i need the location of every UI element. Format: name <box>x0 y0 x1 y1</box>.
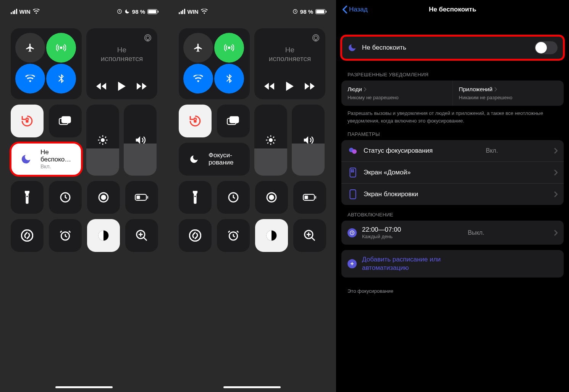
svg-rect-6 <box>62 117 71 123</box>
home-indicator[interactable] <box>223 386 281 388</box>
schedule-row[interactable]: 22:00—07:00 Каждый день Выкл. <box>341 221 564 245</box>
svg-rect-45 <box>350 190 356 199</box>
play-button[interactable] <box>286 82 294 91</box>
svg-rect-4 <box>26 120 28 123</box>
connectivity-tile[interactable] <box>11 28 82 99</box>
timer-button[interactable] <box>217 181 250 214</box>
screen-record-button[interactable] <box>255 181 288 214</box>
back-button[interactable]: Назад <box>342 5 368 14</box>
focus-label: Не беспоко… <box>40 149 76 163</box>
chevron-right-icon <box>364 87 367 92</box>
low-power-button[interactable] <box>293 181 326 214</box>
status-bar: WIN 98 % <box>0 0 168 23</box>
lock-screen-icon <box>349 189 356 199</box>
cellular-button[interactable] <box>46 33 76 63</box>
dnd-toggle[interactable] <box>535 41 558 54</box>
allowed-apps[interactable]: Приложений Никаким не разрешено <box>453 81 564 106</box>
section-allowed: РАЗРЕШЕННЫЕ УВЕДОМЛЕНИЯ <box>336 65 569 81</box>
airplane-button[interactable] <box>15 33 45 63</box>
chevron-right-icon <box>554 230 558 236</box>
screen-mirroring-button[interactable] <box>217 105 250 137</box>
svg-point-26 <box>269 138 273 142</box>
chevron-right-icon <box>554 148 558 154</box>
section-params: ПАРАМЕТРЫ <box>336 124 569 140</box>
flashlight-button[interactable] <box>179 181 212 214</box>
section-auto: АВТОВКЛЮЧЕНИЕ <box>336 205 569 221</box>
schedule-group: 22:00—07:00 Каждый день Выкл. <box>341 221 564 245</box>
alarm-button[interactable] <box>49 219 82 252</box>
bluetooth-button[interactable] <box>46 64 76 94</box>
lock-rotation-icon <box>117 9 122 14</box>
home-indicator[interactable] <box>55 386 113 388</box>
lock-screen-row[interactable]: Экран блокировки <box>341 183 564 205</box>
chevron-right-icon <box>554 191 558 197</box>
control-center-panel-off: WIN 98 % Неисполняется <box>168 0 336 392</box>
add-schedule-group: + Добавить расписание или автоматизацию <box>341 250 564 277</box>
allowed-notifications: Люди Никому не разрешено Приложений Ника… <box>341 81 564 106</box>
svg-rect-13 <box>147 196 148 199</box>
wifi-icon <box>201 9 208 14</box>
status-bar: WIN 98 % <box>168 0 336 23</box>
brightness-slider[interactable] <box>254 105 287 176</box>
plus-icon: + <box>348 259 357 268</box>
orientation-lock-button[interactable] <box>11 105 44 137</box>
svg-point-30 <box>270 195 274 200</box>
dark-mode-button[interactable] <box>87 219 120 252</box>
brightness-slider[interactable] <box>86 105 119 176</box>
focus-status-row[interactable]: Статус фокусирования Вкл. <box>341 140 564 161</box>
volume-slider[interactable] <box>124 105 157 176</box>
focus-sub: Вкл. <box>40 163 76 169</box>
dnd-label: Не беспокоить <box>362 44 406 52</box>
magnifier-button[interactable] <box>125 219 158 252</box>
cellular-button[interactable] <box>214 33 244 63</box>
screen-mirroring-button[interactable] <box>49 105 82 137</box>
add-schedule-row[interactable]: + Добавить расписание или автоматизацию <box>341 250 564 277</box>
timer-button[interactable] <box>49 181 82 214</box>
low-power-button[interactable] <box>125 181 158 214</box>
volume-slider[interactable] <box>292 105 325 176</box>
airplay-icon[interactable] <box>144 34 152 42</box>
music-tile[interactable]: Неисполняется <box>254 28 325 99</box>
dnd-toggle-cell[interactable]: Не беспокоить <box>341 36 564 60</box>
focus-dnd-button[interactable]: Не беспоко… Вкл. <box>11 143 82 176</box>
flashlight-button[interactable] <box>11 181 44 214</box>
alarm-button[interactable] <box>217 219 250 252</box>
music-tile[interactable]: Неисполняется <box>86 28 157 99</box>
svg-rect-14 <box>137 196 140 199</box>
svg-rect-25 <box>230 117 239 123</box>
connectivity-tile[interactable] <box>179 28 250 99</box>
shazam-button[interactable] <box>11 219 44 252</box>
chevron-left-icon <box>342 5 348 14</box>
svg-rect-32 <box>315 196 316 199</box>
svg-point-34 <box>189 230 200 241</box>
allowed-people[interactable]: Люди Никому не разрешено <box>341 81 453 106</box>
wifi-button[interactable] <box>15 64 45 94</box>
allowed-footnote: Разрешать вызовы и уведомления от людей … <box>336 106 569 124</box>
svg-point-8 <box>26 196 28 197</box>
prev-button[interactable] <box>96 82 107 90</box>
focus-button[interactable]: Фокуси-рование <box>179 143 250 176</box>
lock-rotation-icon <box>293 9 298 14</box>
svg-point-20 <box>228 47 231 49</box>
wifi-button[interactable] <box>183 64 213 94</box>
page-title: Не беспокоить <box>336 6 569 13</box>
shazam-button[interactable] <box>179 219 212 252</box>
battery-icon <box>147 9 157 14</box>
airplane-button[interactable] <box>183 33 213 63</box>
next-button[interactable] <box>305 82 315 90</box>
svg-point-11 <box>102 195 106 200</box>
svg-point-43 <box>351 171 352 172</box>
screen-record-button[interactable] <box>87 181 120 214</box>
bluetooth-button[interactable] <box>214 64 244 94</box>
dark-mode-button[interactable] <box>255 219 288 252</box>
orientation-lock-button[interactable] <box>179 105 212 137</box>
next-button[interactable] <box>137 82 147 90</box>
settings-dnd-panel: Назад Не беспокоить Не беспокоить РАЗРЕШ… <box>336 0 569 392</box>
home-screen-row[interactable]: Экран «Домой» <box>341 161 564 183</box>
airplay-icon[interactable] <box>312 34 320 42</box>
svg-point-3 <box>146 36 149 39</box>
prev-button[interactable] <box>264 82 275 90</box>
svg-point-15 <box>21 230 32 241</box>
play-button[interactable] <box>118 82 126 91</box>
magnifier-button[interactable] <box>293 219 326 252</box>
